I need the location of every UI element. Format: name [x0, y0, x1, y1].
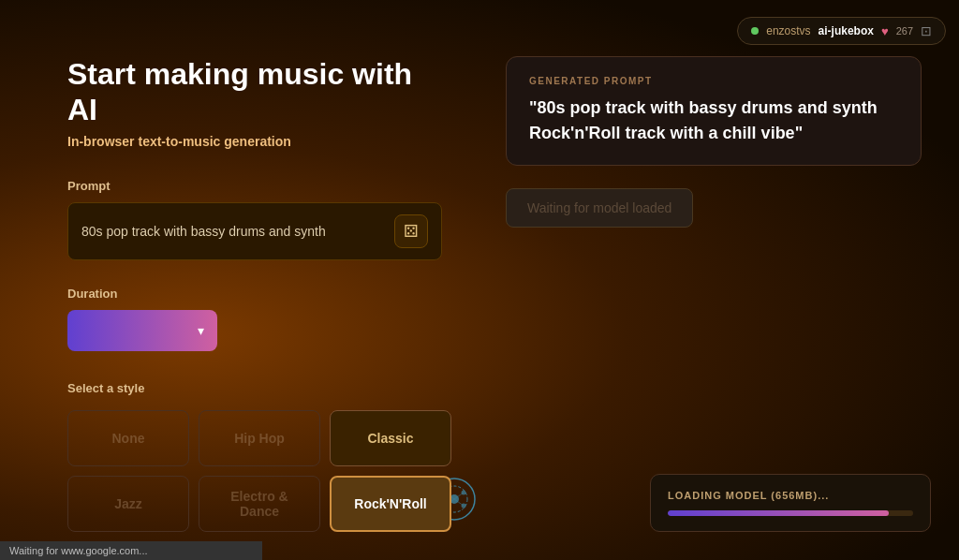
- waiting-button: Waiting for model loaded: [506, 188, 693, 228]
- generated-prompt-text: "80s pop track with bassy drums and synt…: [529, 96, 898, 146]
- user-badge: enzostvs ai-jukebox ♥ 267 ⊡: [737, 17, 946, 45]
- left-panel: Start making music with AI In-browser te…: [0, 0, 478, 560]
- style-jazz[interactable]: Jazz: [67, 476, 189, 532]
- status-bar: Waiting for www.google.com...: [0, 541, 262, 560]
- generated-prompt-box: GENERATED PROMPT "80s pop track with bas…: [506, 56, 922, 166]
- page-subtitle: In-browser text-to-music generation: [67, 134, 440, 149]
- right-panel: GENERATED PROMPT "80s pop track with bas…: [478, 0, 959, 560]
- online-indicator: [751, 27, 759, 35]
- style-electro[interactable]: Electro & Dance: [199, 476, 320, 532]
- prompt-label: Prompt: [67, 179, 440, 193]
- page-title: Start making music with AI: [67, 56, 440, 128]
- generated-prompt-label: GENERATED PROMPT: [529, 76, 898, 86]
- badge-username: enzostvs: [766, 24, 810, 37]
- like-count: 267: [896, 25, 913, 37]
- status-text: Waiting for www.google.com...: [9, 545, 148, 556]
- style-classic[interactable]: Classic: [330, 410, 451, 466]
- prompt-input[interactable]: 80s pop track with bassy drums and synth: [81, 224, 394, 239]
- style-hiphop[interactable]: Hip Hop: [199, 410, 320, 466]
- dice-icon: ⚄: [404, 221, 419, 242]
- randomize-button[interactable]: ⚄: [394, 214, 428, 248]
- style-label: Select a style: [67, 381, 440, 395]
- style-grid: None Hip Hop Classic Jazz Electro & Danc…: [67, 410, 440, 532]
- badge-appname: ai-jukebox: [819, 24, 874, 37]
- duration-label: Duration: [67, 287, 440, 301]
- heart-icon: ♥: [881, 24, 889, 38]
- chevron-down-icon: ▾: [198, 323, 204, 338]
- external-link-icon[interactable]: ⊡: [921, 23, 932, 38]
- prompt-input-row[interactable]: 80s pop track with bassy drums and synth…: [67, 202, 442, 260]
- duration-select[interactable]: ▾: [67, 310, 217, 351]
- style-none[interactable]: None: [67, 410, 189, 466]
- style-rocknroll[interactable]: Rock'N'Roll: [330, 476, 451, 532]
